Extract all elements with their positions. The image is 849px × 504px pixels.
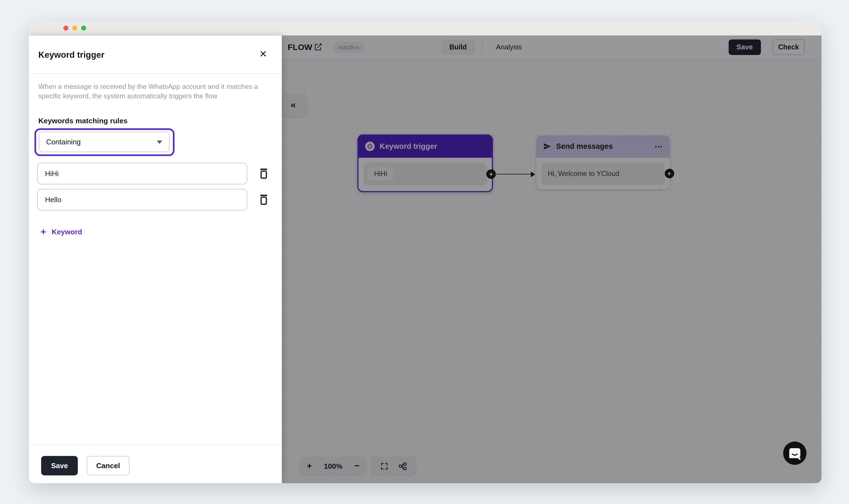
- trash-icon: [258, 167, 269, 180]
- matching-rules-label: Keywords matching rules: [38, 116, 127, 125]
- delete-keyword-1-button[interactable]: [258, 167, 269, 180]
- delete-keyword-2-button[interactable]: [258, 193, 269, 206]
- drawer-header: Keyword trigger ✕: [29, 35, 281, 74]
- window-titlebar: [29, 21, 821, 35]
- traffic-light-close-button[interactable]: [63, 25, 68, 31]
- traffic-light-zoom-button[interactable]: [81, 25, 86, 31]
- keyword-trigger-drawer: Keyword trigger ✕ When a message is rece…: [29, 35, 281, 483]
- matching-rule-highlight: Containing: [34, 128, 174, 156]
- screenshot-stage: FLOW Inactive Build Analysis Save Check …: [0, 0, 849, 504]
- close-icon[interactable]: ✕: [258, 49, 269, 60]
- chat-launcher-button[interactable]: [783, 442, 807, 465]
- drawer-footer: Save Cancel: [29, 444, 281, 483]
- chat-bubble-icon: [789, 448, 800, 458]
- matching-rule-select[interactable]: Containing: [39, 132, 170, 152]
- add-keyword-button[interactable]: + Keyword: [40, 227, 82, 236]
- drawer-title: Keyword trigger: [38, 50, 104, 60]
- trash-icon: [258, 193, 269, 206]
- cancel-button[interactable]: Cancel: [87, 456, 129, 475]
- plus-icon: +: [40, 227, 46, 236]
- traffic-light-minimize-button[interactable]: [72, 25, 77, 31]
- drawer-description: When a message is received by the WhatsA…: [38, 82, 266, 101]
- keyword-input-2[interactable]: [37, 189, 247, 211]
- app-window: FLOW Inactive Build Analysis Save Check …: [29, 21, 821, 483]
- keyword-input-1[interactable]: [37, 162, 247, 184]
- window-content: FLOW Inactive Build Analysis Save Check …: [29, 35, 821, 483]
- chevron-down-icon: [157, 140, 162, 144]
- matching-rule-value: Containing: [46, 138, 81, 146]
- add-keyword-label: Keyword: [52, 228, 82, 236]
- save-button[interactable]: Save: [41, 456, 78, 475]
